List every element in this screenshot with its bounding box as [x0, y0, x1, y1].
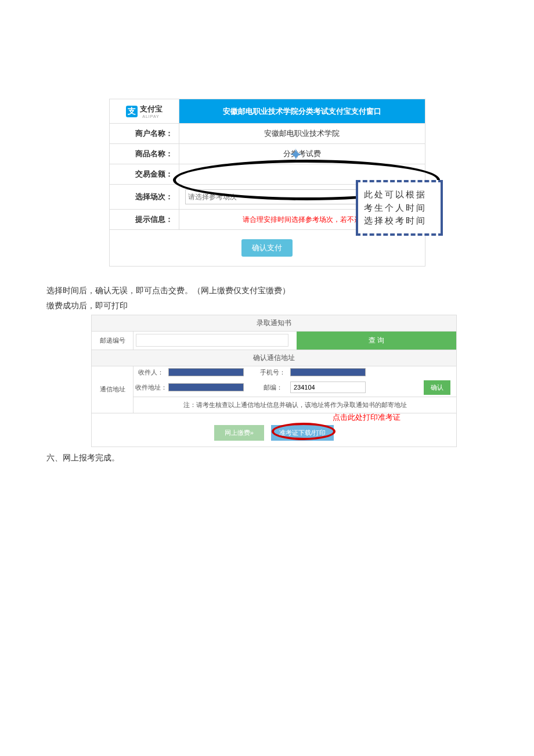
phone-value-redacted — [290, 368, 366, 376]
confirm-addr-title: 确认通信地址 — [92, 350, 456, 366]
address-form: 录取通知书 邮递编号 查 询 确认通信地址 通信地址 收件人： 手机号： 收件地… — [91, 315, 457, 447]
confirm-payment-button[interactable]: 确认支付 — [241, 239, 293, 257]
merchant-value: 安徽邮电职业技术学院 — [179, 124, 425, 144]
tip-text: 请合理安排时间选择参考场次，若不选 — [243, 215, 361, 224]
address-note: 注：请考生核查以上通信地址信息并确认，该地址将作为录取通知书的邮寄地址 — [134, 397, 456, 413]
online-payment-button[interactable]: 网上缴费» — [214, 425, 264, 441]
product-label: 商品名称： — [109, 144, 179, 164]
confirm-address-button[interactable]: 确认 — [424, 380, 450, 395]
print-admit-card-button[interactable]: 准考证下载/打印 — [271, 425, 334, 441]
addr-label: 通信地址 — [92, 366, 134, 413]
merchant-label: 商户名称： — [109, 124, 179, 144]
recipient-label: 收件人： — [134, 368, 168, 377]
addr-value-redacted — [168, 383, 244, 391]
print-hint-text: 点击此处打印准考证 — [333, 412, 400, 423]
alipay-logo-cell: 支 支付宝 ALIPAY — [109, 99, 179, 124]
postcode-input[interactable] — [290, 381, 366, 393]
instruction-para-1: 选择时间后，确认无误，即可点击交费。（网上缴费仅支付宝缴费） — [46, 284, 488, 297]
star-annotation-icon: ✦ — [289, 145, 302, 164]
action-buttons-row: 点击此处打印准考证 网上缴费» 准考证下载/打印 — [92, 413, 456, 447]
mail-no-input[interactable] — [136, 334, 288, 347]
session-note-callout: 此处可以根据考生个人时间选择校考时间 — [356, 180, 443, 236]
session-label: 选择场次： — [109, 185, 179, 210]
instruction-para-2: 缴费成功后，即可打印 — [46, 299, 488, 312]
section-6-text: 六、网上报考完成。 — [46, 453, 488, 463]
mail-no-label: 邮递编号 — [92, 332, 134, 350]
admit-title: 录取通知书 — [92, 315, 456, 332]
alipay-sub: ALIPAY — [140, 114, 163, 118]
amount-label: 交易金额： — [109, 164, 179, 185]
recipient-value-redacted — [168, 368, 244, 376]
payment-header-title: 安徽邮电职业技术学院分类考试支付宝支付窗口 — [179, 99, 425, 124]
postcode-label: 邮编： — [255, 383, 290, 392]
payment-window: ✦ 此处可以根据考生个人时间选择校考时间 支 支付宝 ALIPAY 安徽邮电职业… — [109, 99, 425, 267]
alipay-icon: 支 — [126, 106, 138, 117]
tip-label: 提示信息： — [109, 210, 179, 230]
phone-label: 手机号： — [255, 368, 290, 377]
addr-sub-label: 收件地址： — [134, 383, 168, 392]
query-button[interactable]: 查 询 — [297, 332, 456, 350]
alipay-brand: 支付宝 — [140, 105, 163, 113]
